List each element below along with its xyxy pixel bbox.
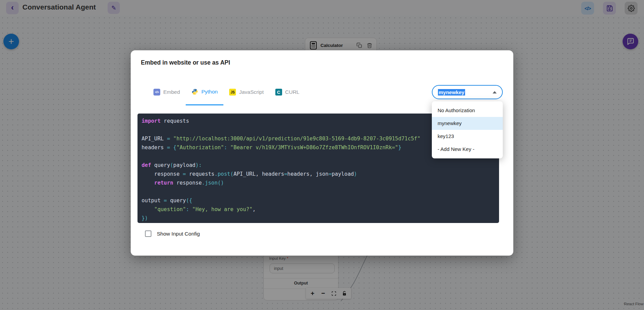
tab-label: CURL <box>285 89 299 95</box>
caret-up-icon <box>493 91 497 93</box>
tab-js[interactable]: JSJavaScript <box>223 79 269 105</box>
code-line: response = requests.post(API_URL, header… <box>142 170 495 178</box>
show-input-config-row: Show Input Config <box>145 230 200 237</box>
api-key-select[interactable]: mynewkey <box>432 85 503 99</box>
tab-label: JavaScript <box>239 89 263 95</box>
python-icon <box>191 88 198 95</box>
code-line: "question": "Hey, how are you?", <box>142 205 495 214</box>
language-tabs: </>EmbedPythonJSJavaScriptCCURL <box>148 79 305 105</box>
api-key-menu: No Authorizationmynewkeykey123- Add New … <box>432 101 503 158</box>
dialog-title: Embed in website or use as API <box>141 59 230 66</box>
code-line <box>142 187 495 196</box>
tab-label: Python <box>201 89 218 95</box>
tab-label: Embed <box>163 89 180 95</box>
api-key-option[interactable]: mynewkey <box>432 117 503 130</box>
embed-api-dialog: Embed in website or use as API </>EmbedP… <box>131 50 513 256</box>
show-input-config-checkbox[interactable] <box>145 230 151 237</box>
tab-embed[interactable]: </>Embed <box>148 79 186 105</box>
api-key-option[interactable]: No Authorization <box>432 104 503 117</box>
code-line: output = query({ <box>142 196 495 205</box>
app-root: ‹ Conversational Agent ✎ </> <box>0 0 644 310</box>
api-key-selected-value: mynewkey <box>438 89 465 96</box>
tab-curl[interactable]: CCURL <box>270 79 305 105</box>
tab-python[interactable]: Python <box>186 79 223 105</box>
curl-icon: C <box>275 89 282 96</box>
code-line: return response.json() <box>142 178 495 187</box>
show-input-config-label: Show Input Config <box>157 231 200 237</box>
code-line: }) <box>142 214 495 223</box>
javascript-icon: JS <box>229 89 236 96</box>
api-key-option[interactable]: key123 <box>432 130 503 143</box>
api-key-option[interactable]: - Add New Key - <box>432 143 503 156</box>
embed-icon: </> <box>153 89 160 96</box>
code-line: def query(payload): <box>142 161 495 170</box>
